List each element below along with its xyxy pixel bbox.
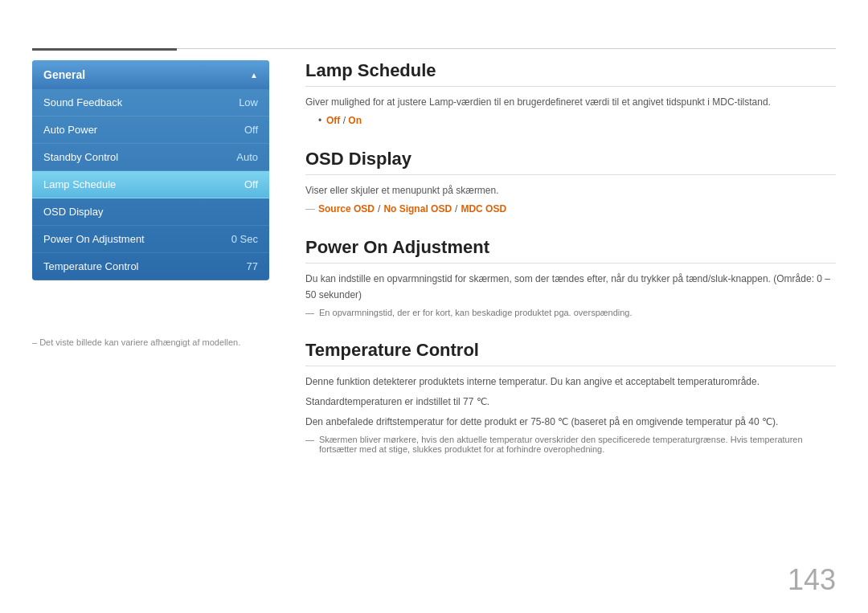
temperature-control-desc-2: Standardtemperaturen er indstillet til 7…	[305, 394, 836, 410]
section-lamp-schedule: Lamp Schedule Giver mulighed for at just…	[305, 60, 836, 126]
sidebar-item-label: Standby Control	[43, 151, 118, 163]
on-link[interactable]: On	[348, 115, 362, 126]
no-signal-osd-link[interactable]: No Signal OSD	[383, 203, 452, 215]
sidebar-item-value: 77	[247, 260, 258, 272]
temperature-control-note: Skærmen bliver mørkere, hvis den aktuell…	[305, 435, 836, 454]
power-on-adjustment-desc: Du kan indstille en opvarmningstid for s…	[305, 272, 836, 302]
section-temperature-control: Temperature Control Denne funktion detek…	[305, 340, 836, 455]
source-osd-link[interactable]: Source OSD	[318, 203, 375, 215]
sidebar-item-temperature-control[interactable]: Temperature Control 77	[32, 253, 269, 280]
sidebar-item-lamp-schedule[interactable]: Lamp Schedule Off	[32, 171, 269, 198]
lamp-schedule-desc: Giver mulighed for at justere Lamp-værdi…	[305, 95, 836, 110]
top-line-accent	[32, 48, 177, 51]
sidebar-item-value: Auto	[236, 151, 258, 163]
power-on-adjustment-note: En opvarmningstid, der er for kort, kan …	[305, 308, 836, 317]
section-osd-display: OSD Display Viser eller skjuler et menup…	[305, 149, 836, 215]
section-title-temperature-control: Temperature Control	[305, 340, 836, 366]
lamp-schedule-bullet-item: Off / On	[318, 115, 836, 126]
lamp-schedule-bullet-list: Off / On	[318, 115, 836, 126]
sidebar-item-osd-display[interactable]: OSD Display	[32, 198, 269, 226]
sidebar-item-sound-feedback[interactable]: Sound Feedback Low	[32, 89, 269, 116]
sidebar-item-label: Power On Adjustment	[43, 233, 145, 245]
main-content: Lamp Schedule Giver mulighed for at just…	[305, 60, 836, 581]
link-separator: /	[378, 203, 380, 215]
page-number: 143	[788, 563, 836, 597]
bottom-note: – Det viste billede kan variere afhængig…	[32, 337, 240, 347]
sidebar-item-label: Lamp Schedule	[43, 178, 116, 190]
sidebar-expand-icon[interactable]: ▲	[250, 71, 258, 80]
sidebar-title-label: General	[43, 68, 85, 81]
section-title-power-on-adjustment: Power On Adjustment	[305, 237, 836, 264]
sidebar-item-auto-power[interactable]: Auto Power Off	[32, 116, 269, 144]
sidebar-item-label: Temperature Control	[43, 260, 139, 272]
off-link[interactable]: Off	[326, 115, 340, 126]
sidebar-item-value: 0 Sec	[231, 233, 258, 245]
temperature-control-desc-1: Denne funktion detekterer produktets int…	[305, 374, 836, 390]
osd-display-links: — Source OSD / No Signal OSD / MDC OSD	[305, 203, 836, 215]
section-power-on-adjustment: Power On Adjustment Du kan indstille en …	[305, 237, 836, 317]
section-title-osd-display: OSD Display	[305, 149, 836, 175]
link-separator: /	[455, 203, 457, 215]
sidebar-item-value: Off	[244, 178, 258, 190]
sidebar-item-label: Auto Power	[43, 124, 97, 136]
sidebar-item-value: Off	[244, 124, 258, 136]
sidebar-item-label: OSD Display	[43, 206, 103, 218]
section-title-lamp-schedule: Lamp Schedule	[305, 60, 836, 87]
sidebar-item-power-on-adjustment[interactable]: Power On Adjustment 0 Sec	[32, 226, 269, 253]
sidebar: General ▲ Sound Feedback Low Auto Power …	[32, 60, 269, 280]
sidebar-item-standby-control[interactable]: Standby Control Auto	[32, 144, 269, 171]
osd-display-desc: Viser eller skjuler et menupunkt på skær…	[305, 183, 836, 198]
sidebar-item-value: Low	[239, 96, 258, 108]
mdc-osd-link[interactable]: MDC OSD	[461, 203, 506, 215]
temperature-control-desc-3: Den anbefalede driftstemperatur for dett…	[305, 415, 836, 430]
sidebar-title: General ▲	[32, 60, 269, 89]
sidebar-item-label: Sound Feedback	[43, 96, 122, 108]
